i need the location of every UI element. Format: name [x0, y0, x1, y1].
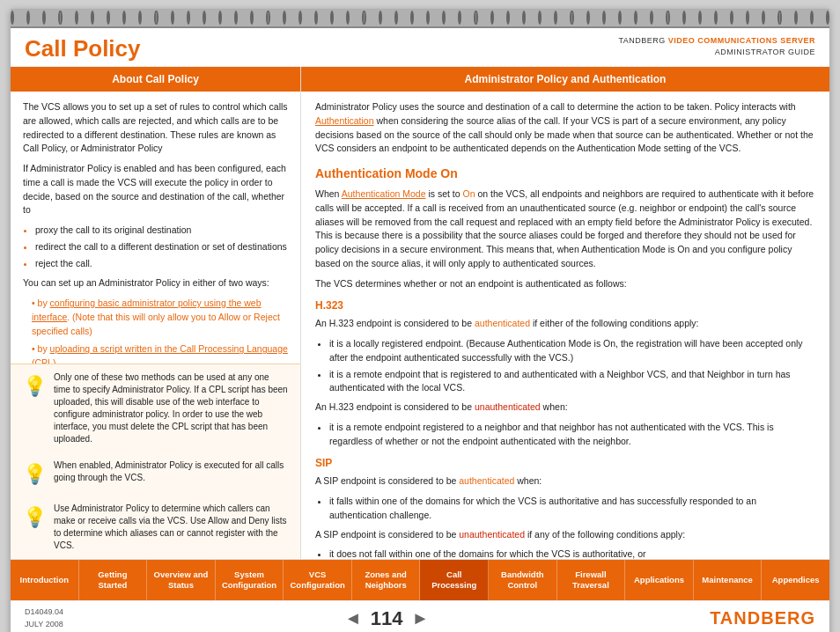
- footer-doc-info: D14049.04 JULY 2008: [25, 606, 63, 630]
- list-item: it is a remote endpoint that is register…: [329, 368, 815, 396]
- sip-unauth-list: it does not fall within one of the domai…: [329, 547, 815, 559]
- spiral-hole: [91, 11, 94, 25]
- spiral-hole: [474, 11, 477, 25]
- footer-logo: TANDBERG: [710, 608, 815, 628]
- spiral-hole: [250, 11, 254, 25]
- spiral-hole: [522, 11, 526, 25]
- spiral-hole: [283, 11, 286, 25]
- h323-intro: An H.323 endpoint is considered to be au…: [315, 317, 815, 331]
- list-item: redirect the call to a different destina…: [35, 240, 288, 254]
- spiral-hole: [11, 11, 14, 25]
- spiral-hole: [618, 11, 622, 25]
- spiral-hole: [187, 11, 190, 25]
- cpl-link[interactable]: uploading a script written in the Call P…: [50, 343, 288, 354]
- sip-auth-list: it falls within one of the domains for w…: [329, 495, 815, 523]
- spiral-hole: [826, 11, 829, 25]
- list-item: it falls within one of the domains for w…: [329, 495, 815, 523]
- nav-item-firewall-traversal[interactable]: Firewall Traversal: [557, 560, 626, 600]
- content-area: About Call Policy The VCS allows you to …: [11, 67, 829, 560]
- spiral-hole: [682, 11, 686, 25]
- list-item: • by uploading a script written in the C…: [32, 342, 288, 364]
- left-column-header: About Call Policy: [11, 67, 300, 92]
- nav-item-bandwidth-control[interactable]: Bandwidth Control: [489, 560, 557, 600]
- spiral-hole: [379, 11, 382, 25]
- spiral-hole: [138, 11, 142, 25]
- spiral-hole: [410, 11, 414, 25]
- spiral-hole: [602, 11, 606, 25]
- page-footer: D14049.04 JULY 2008 ◄ 114 ► TANDBERG: [11, 600, 829, 632]
- h323-unauth-list: it is a remote endpoint registered to a …: [329, 421, 815, 449]
- list-item: it is a remote endpoint registered to a …: [329, 421, 815, 449]
- spiral-hole: [490, 11, 494, 25]
- nav-item-introduction[interactable]: Introduction: [11, 560, 79, 600]
- spiral-hole: [810, 11, 814, 25]
- spiral-hole: [154, 11, 158, 25]
- spiral-hole: [426, 11, 430, 25]
- auth-mode-link-1[interactable]: Authentication Mode: [342, 188, 426, 199]
- left-column: About Call Policy The VCS allows you to …: [11, 67, 301, 559]
- spiral-binding: [11, 9, 829, 28]
- spiral-hole: [26, 11, 30, 25]
- tip-text-3: Use Administrator Policy to determine wh…: [54, 503, 288, 552]
- h323-heading: H.323: [315, 298, 815, 313]
- vcs-determines: The VCS determines whether or not an end…: [315, 277, 815, 291]
- nav-item-maintenance[interactable]: Maintenance: [694, 560, 763, 600]
- spiral-hole: [394, 11, 398, 25]
- page-title: Call Policy: [25, 35, 141, 62]
- page-wrapper: Call Policy TANDBERG VIDEO COMMUNICATION…: [11, 9, 829, 632]
- sip-auth-intro: A SIP endpoint is considered to be authe…: [315, 474, 815, 489]
- nav-item-overview-status[interactable]: Overview and Status: [147, 560, 216, 600]
- spiral-hole: [538, 11, 542, 25]
- spiral-hole: [266, 11, 269, 25]
- left-para-1: The VCS allows you to set up a set of ru…: [23, 100, 288, 156]
- spiral-hole: [586, 11, 590, 25]
- tip-icon-2: 💡: [23, 461, 47, 489]
- spiral-hole: [458, 11, 461, 25]
- spiral-hole: [666, 11, 669, 25]
- right-column: Administrator Policy and Authentication …: [301, 67, 829, 559]
- spiral-hole: [762, 11, 765, 25]
- nav-item-zones-neighbors[interactable]: Zones and Neighbors: [352, 560, 421, 600]
- list-item: it does not fall within one of the domai…: [329, 547, 815, 559]
- nav-item-getting-started[interactable]: Getting Started: [79, 560, 148, 600]
- bottom-navigation: Introduction Getting Started Overview an…: [11, 560, 829, 600]
- nav-item-call-processing[interactable]: Call Processing: [420, 560, 489, 600]
- auth-link-1[interactable]: Authentication: [315, 115, 374, 126]
- right-intro: Administrator Policy uses the source and…: [315, 100, 815, 156]
- right-column-header: Administrator Policy and Authentication: [301, 67, 829, 92]
- list-item: reject the call.: [35, 257, 288, 271]
- tip-box-2: 💡 When enabled, Administrator Policy is …: [11, 452, 300, 496]
- spiral-hole: [794, 11, 798, 25]
- spiral-hole: [314, 11, 318, 25]
- admin-policy-link[interactable]: Administrator Policy: [71, 503, 149, 513]
- spiral-hole: [346, 11, 350, 25]
- doc-number: D14049.04: [25, 607, 63, 616]
- spiral-hole: [442, 11, 446, 25]
- h323-unauth-intro: An H.323 endpoint is considered to be un…: [315, 401, 815, 415]
- spiral-hole: [42, 11, 46, 25]
- list-item: it is a locally registered endpoint. (Be…: [329, 337, 815, 365]
- spiral-hole: [650, 11, 653, 25]
- sip-unauth-intro: A SIP endpoint is considered to be unaut…: [315, 528, 815, 542]
- left-bullets-1: proxy the call to its original destinati…: [35, 224, 288, 270]
- next-page-button[interactable]: ►: [411, 608, 429, 628]
- nav-item-appendices[interactable]: Appendices: [762, 560, 829, 600]
- spiral-hole: [330, 11, 334, 25]
- left-para-3: You can set up an Administrator Policy i…: [23, 276, 288, 290]
- spiral-hole: [506, 11, 510, 25]
- basic-policy-link[interactable]: configuring basic administrator policy u…: [32, 298, 261, 322]
- allow-deny-link[interactable]: Allow and Deny lists: [208, 516, 286, 525]
- nav-item-system-configuration[interactable]: System Configuration: [216, 560, 284, 600]
- spiral-hole: [218, 11, 222, 25]
- spiral-hole: [203, 11, 206, 25]
- prev-page-button[interactable]: ◄: [344, 608, 362, 628]
- nav-item-applications[interactable]: Applications: [625, 560, 694, 600]
- doc-date: JULY 2008: [25, 620, 63, 628]
- spiral-hole: [234, 11, 238, 25]
- spiral-hole: [298, 11, 302, 25]
- page-number: 114: [371, 607, 403, 630]
- spiral-hole: [362, 11, 365, 25]
- tip-icon-1: 💡: [23, 373, 47, 401]
- left-para-2: If Administrator Policy is enabled and h…: [23, 162, 288, 217]
- nav-item-vcs-configuration[interactable]: VCS Configuration: [284, 560, 352, 600]
